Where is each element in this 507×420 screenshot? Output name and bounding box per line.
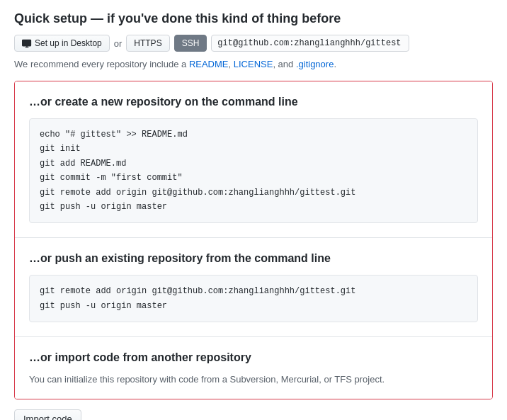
setup-desktop-button[interactable]: Set up in Desktop	[14, 35, 110, 52]
create-new-repo-code: echo "# gittest" >> README.md git init g…	[29, 118, 478, 223]
code-line: git add README.md	[40, 157, 467, 171]
license-link[interactable]: LICENSE	[234, 59, 273, 69]
code-line: echo "# gittest" >> README.md	[40, 127, 467, 142]
readme-link[interactable]: README	[189, 59, 229, 69]
create-new-repo-section: …or create a new repository on the comma…	[15, 81, 492, 238]
code-line: git commit -m "first commit"	[40, 171, 467, 185]
recommendation-text: We recommend every repository include a …	[14, 59, 493, 69]
gitignore-link[interactable]: .gitignore	[296, 59, 334, 69]
code-line: git init	[40, 142, 467, 156]
desktop-button-label: Set up in Desktop	[35, 38, 102, 48]
desktop-icon	[22, 38, 32, 48]
page-title: Quick setup — if you've done this kind o…	[14, 11, 493, 26]
clone-url-input[interactable]	[211, 35, 409, 52]
setup-bar: Set up in Desktop or HTTPS SSH	[14, 35, 493, 52]
import-code-description: You can initialize this repository with …	[29, 374, 478, 385]
code-line: git push -u origin master	[40, 299, 467, 313]
import-code-button[interactable]: Import code	[14, 409, 81, 420]
recommend-prefix: We recommend every repository include a	[14, 59, 189, 69]
or-text: or	[114, 38, 123, 49]
create-new-repo-title: …or create a new repository on the comma…	[29, 96, 478, 108]
code-line: git remote add origin git@github.com:zha…	[40, 284, 467, 298]
push-existing-repo-code: git remote add origin git@github.com:zha…	[29, 275, 478, 322]
ssh-button[interactable]: SSH	[174, 35, 207, 52]
push-existing-repo-section: …or push an existing repository from the…	[15, 238, 492, 337]
period: .	[334, 59, 336, 69]
import-code-section: …or import code from another repository …	[15, 337, 492, 399]
comma2: , and	[273, 59, 296, 69]
comma1: ,	[229, 59, 234, 69]
https-button[interactable]: HTTPS	[126, 35, 169, 52]
main-sections: …or create a new repository on the comma…	[14, 81, 493, 399]
code-line: git remote add origin git@github.com:zha…	[40, 186, 467, 200]
code-line: git push -u origin master	[40, 200, 467, 214]
push-existing-repo-title: …or push an existing repository from the…	[29, 252, 478, 265]
import-code-title: …or import code from another repository	[29, 351, 478, 364]
